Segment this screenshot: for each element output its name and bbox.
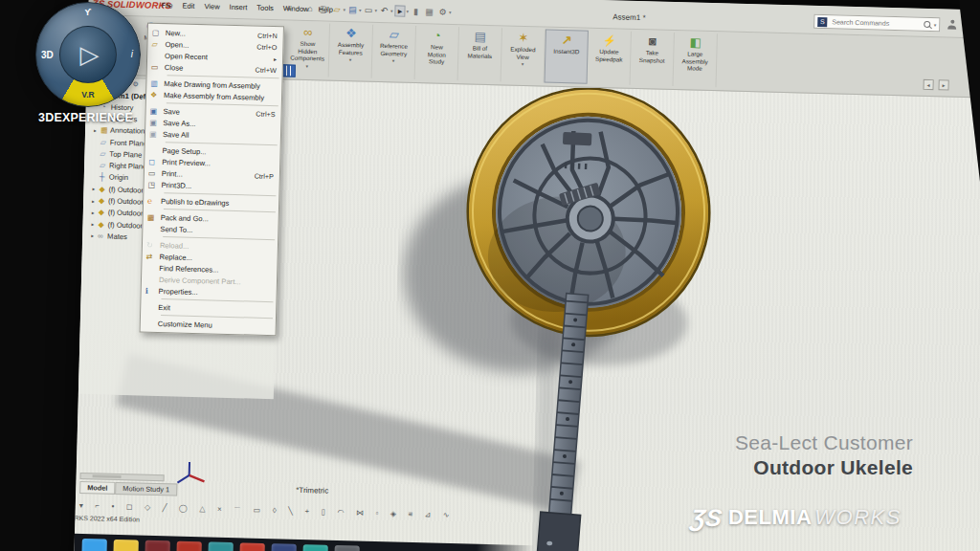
menu-item-icon [148, 157, 162, 165]
ribbon-button[interactable]: Large Assembly Mode [673, 33, 717, 87]
menu-item[interactable]: View [204, 2, 219, 11]
tool-icon[interactable]: ╱ [162, 503, 167, 514]
qat-icon [394, 5, 405, 16]
task-pane-toggle[interactable]: ◂ [923, 79, 933, 90]
tool-icon[interactable]: ⊿ [425, 510, 432, 520]
chevron-down-icon: ▾ [449, 10, 452, 15]
ribbon-button[interactable]: Exploded View▾ [501, 28, 546, 82]
tool-icon[interactable]: ⌒ [234, 505, 241, 516]
taskbar-icon[interactable] [271, 543, 297, 551]
quick-access-button[interactable]: ▾ [437, 8, 452, 17]
ribbon-button[interactable]: Instant3D [545, 30, 589, 84]
search-box[interactable]: S ▾ [813, 14, 940, 32]
video-caption: Sea-Lect Customer Outdoor Ukelele [735, 431, 913, 479]
tree-item-icon [99, 196, 108, 205]
tree-item-icon [100, 161, 109, 169]
taskbar-icon[interactable] [176, 541, 202, 551]
search-icon[interactable] [924, 21, 931, 28]
menu-item[interactable]: Edit [182, 2, 194, 11]
tool-icon[interactable]: ◻ [126, 502, 133, 513]
taskbar-icon[interactable] [113, 540, 139, 551]
menu-item[interactable]: Insert [230, 3, 248, 11]
menu-item[interactable]: File [161, 1, 172, 10]
delmiaworks-logo: ƷS DELMIA WORKS [691, 505, 902, 530]
pressed-tool-indicator[interactable] [282, 64, 296, 77]
compass-top-icon: ϒ [85, 8, 92, 17]
horizontal-scrollbar[interactable] [80, 473, 165, 481]
taskbar-icon[interactable] [145, 540, 170, 551]
customer-caption: Sea-Lect Customer [735, 431, 913, 454]
quick-access-button[interactable]: ▾ [379, 6, 393, 15]
task-pane-toggle[interactable]: ▸ [938, 79, 948, 90]
menu-item[interactable]: Tools [256, 4, 274, 12]
quick-access-button[interactable] [424, 7, 435, 16]
taskbar-icon[interactable] [239, 542, 265, 551]
tool-icon[interactable]: ◠ [337, 508, 344, 518]
taskbar-icon[interactable] [302, 544, 328, 551]
qat-icon [318, 4, 328, 13]
ribbon-button[interactable]: New Motion Study [415, 26, 459, 80]
tool-icon[interactable]: ⋈ [356, 508, 364, 518]
photo-frame: ModelMotion Study 1 *Trimetric ▾⌐▪◻◇╱◯△×… [0, 0, 980, 551]
doc-tab[interactable]: Motion Study 1 [115, 482, 177, 496]
tool-icon[interactable]: ▪ [111, 502, 114, 513]
ribbon-icon [434, 28, 441, 43]
ribbon-icon [303, 25, 313, 40]
chevron-down-icon[interactable]: ▾ [934, 22, 937, 28]
quick-access-button[interactable] [318, 4, 329, 13]
quick-access-button[interactable]: ▾ [363, 6, 377, 15]
tool-icon[interactable]: ▫ [375, 509, 378, 519]
tool-icon[interactable]: × [217, 505, 222, 516]
document-title: Assem1 * [612, 12, 645, 22]
tool-icon[interactable]: ◊ [273, 506, 277, 517]
ukulele-3d-model[interactable] [389, 83, 804, 551]
quick-access-button[interactable]: ▾ [347, 5, 362, 14]
file-menu-item[interactable]: Customize Menu [141, 318, 276, 333]
tool-icon[interactable]: ▾ [79, 501, 83, 512]
tool-icon[interactable]: ▯ [321, 508, 325, 518]
tool-icon[interactable]: ▭ [254, 506, 261, 517]
qat-icon [437, 8, 448, 17]
menu-item-icon [145, 286, 159, 295]
shortcut-label: Ctrl+S [256, 109, 275, 119]
tool-icon[interactable]: ∿ [443, 511, 450, 521]
ribbon-button[interactable]: Bill of Materials [458, 27, 502, 81]
submenu-arrow-icon: ▸ [274, 55, 277, 62]
quick-access-button[interactable] [411, 7, 422, 16]
ribbon-button[interactable]: Update Speedpak [588, 31, 632, 85]
quick-access-button[interactable] [304, 4, 316, 13]
tree-item-icon [99, 185, 108, 193]
user-icon[interactable] [947, 20, 956, 30]
tool-icon[interactable]: + [304, 507, 309, 518]
tool-icon[interactable]: ≡ [408, 510, 412, 520]
tree-item-icon [98, 220, 107, 229]
ribbon-icon [649, 33, 657, 49]
taskbar-icon[interactable] [208, 541, 234, 551]
tool-icon[interactable]: ◈ [390, 509, 396, 519]
qat-icon [379, 6, 390, 15]
tool-icon[interactable]: △ [199, 504, 205, 515]
tool-icon[interactable]: ╲ [288, 507, 293, 518]
menu-item-icon [147, 180, 161, 188]
tool-icon[interactable]: ◯ [179, 504, 188, 515]
tool-icon[interactable]: ⌐ [95, 501, 100, 512]
ribbon-button[interactable]: Assembly Features▾ [329, 24, 373, 78]
qat-icon [347, 5, 358, 14]
qat-icon [304, 4, 315, 13]
menu-item-icon [147, 196, 161, 205]
quick-access-button[interactable]: ▾ [394, 5, 409, 16]
doc-tab[interactable]: Model [79, 481, 115, 495]
tool-icon[interactable]: ◇ [145, 503, 150, 514]
compass-i-label: i [131, 49, 133, 59]
ribbon-icon [689, 34, 702, 50]
chevron-down-icon: ▾ [349, 56, 352, 62]
search-input[interactable] [830, 17, 922, 28]
quick-access-button[interactable]: ▾ [331, 5, 345, 14]
menu-item-icon [152, 28, 166, 36]
ribbon-button[interactable]: Take Snapshot [631, 32, 675, 86]
file-menu-dropdown: New... Ctrl+N Open... Ctrl+O Open Recent… [140, 23, 284, 337]
tree-item-icon [99, 209, 108, 217]
ribbon-button[interactable]: Reference Geometry▾ [372, 25, 416, 79]
taskbar-icon[interactable] [81, 539, 107, 551]
taskbar-icon[interactable] [334, 545, 360, 551]
